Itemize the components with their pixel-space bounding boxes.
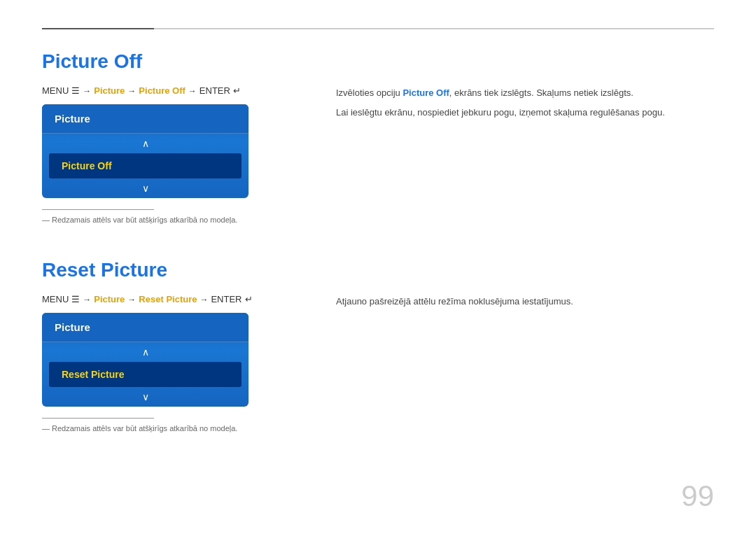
section1-desc-line2: Lai ieslēgtu ekrānu, nospiediet jebkuru … bbox=[336, 105, 714, 120]
section1-menu-header: Picture bbox=[42, 104, 248, 134]
section2-chevron-up: ∧ bbox=[42, 342, 248, 362]
section2-desc-text: Atjauno pašreizējā attēlu režīma noklusē… bbox=[336, 294, 714, 309]
section2-nav-arrow1: → bbox=[83, 295, 91, 304]
section1-description: Izvēloties opciju Picture Off, ekrāns ti… bbox=[308, 50, 714, 224]
section2-nav-item2: Reset Picture bbox=[139, 294, 197, 304]
nav-arrow3: → bbox=[188, 86, 197, 96]
nav-menu-icon: ☰ bbox=[71, 85, 80, 96]
section2-nav-enter-label: ENTER bbox=[211, 294, 241, 304]
section2-nav-arrow2: → bbox=[127, 295, 136, 304]
section1-title: Picture Off bbox=[42, 50, 308, 73]
nav-arrow1: → bbox=[83, 86, 91, 96]
section2-nav-item1: Picture bbox=[94, 294, 125, 304]
nav-enter-label: ENTER bbox=[200, 85, 230, 96]
section2-nav-enter-icon: ↵ bbox=[245, 294, 253, 304]
nav-arrow2: → bbox=[127, 86, 136, 96]
section2-nav-menu-label: MENU bbox=[42, 294, 69, 304]
section1-desc-highlight: Picture Off bbox=[402, 87, 449, 98]
section1-nav: MENU ☰ → Picture → Picture Off → ENTER ↵ bbox=[42, 85, 308, 96]
section2-menu-header: Picture bbox=[42, 313, 248, 342]
page-number: 99 bbox=[681, 479, 714, 513]
section2-note: ― Redzamais attēls var būt atšķirīgs atk… bbox=[42, 424, 308, 433]
page-container: Picture Off MENU ☰ → Picture → Picture O… bbox=[0, 0, 756, 534]
nav-item2: Picture Off bbox=[139, 85, 185, 96]
section2-note-divider bbox=[42, 418, 154, 419]
section1-desc-line1: Izvēloties opciju Picture Off, ekrāns ti… bbox=[336, 85, 714, 101]
section1-chevron-down: ∨ bbox=[42, 178, 248, 198]
section1-menu-item: Picture Off bbox=[49, 153, 241, 178]
section-separator bbox=[42, 224, 714, 259]
section1-left: Picture Off MENU ☰ → Picture → Picture O… bbox=[42, 50, 308, 224]
section1-chevron-up: ∧ bbox=[42, 134, 248, 153]
section2-menu-box: Picture ∧ Reset Picture ∨ bbox=[42, 313, 248, 407]
section1-note-divider bbox=[42, 209, 154, 210]
nav-item1: Picture bbox=[94, 85, 125, 96]
section2-nav-arrow3: → bbox=[200, 295, 208, 304]
top-divider bbox=[42, 28, 714, 29]
section2-grid: Reset Picture MENU ☰ → Picture → Reset P… bbox=[42, 259, 714, 433]
section1-menu-box: Picture ∧ Picture Off ∨ bbox=[42, 104, 248, 198]
section2-left: Reset Picture MENU ☰ → Picture → Reset P… bbox=[42, 259, 308, 433]
section2-description: Atjauno pašreizējā attēlu režīma noklusē… bbox=[308, 259, 714, 433]
nav-enter-icon: ↵ bbox=[233, 85, 241, 96]
section2-menu-item: Reset Picture bbox=[49, 362, 241, 387]
section2-nav: MENU ☰ → Picture → Reset Picture → ENTER… bbox=[42, 294, 308, 304]
section1-grid: Picture Off MENU ☰ → Picture → Picture O… bbox=[42, 50, 714, 224]
nav-menu-label: MENU bbox=[42, 85, 69, 96]
section2-nav-menu-icon: ☰ bbox=[71, 294, 80, 304]
section1-note: ― Redzamais attēls var būt atšķirīgs atk… bbox=[42, 216, 308, 224]
section2-chevron-down: ∨ bbox=[42, 387, 248, 407]
section2-title: Reset Picture bbox=[42, 259, 308, 281]
